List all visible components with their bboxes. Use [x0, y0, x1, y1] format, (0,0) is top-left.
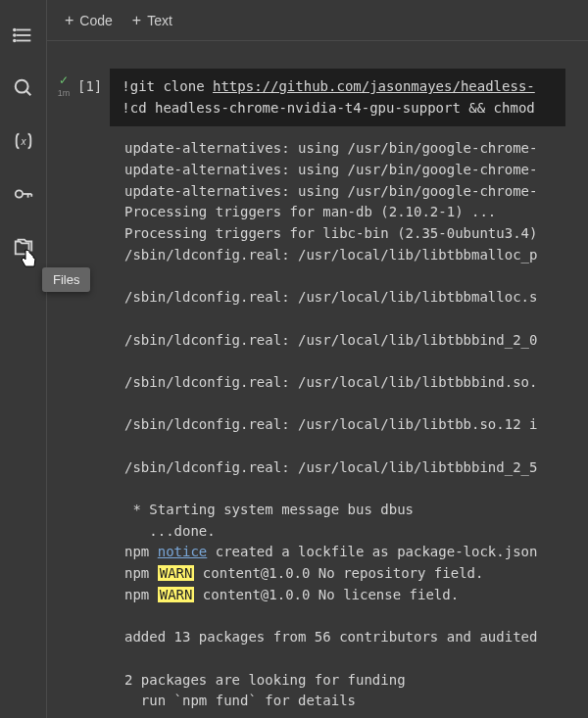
- check-icon: ✓: [59, 74, 69, 86]
- output-line: /sbin/ldconfig.real: /usr/local/lib/libt…: [124, 416, 537, 432]
- svg-line-7: [25, 91, 30, 96]
- output-line: added 13 packages from 56 contributors a…: [124, 629, 537, 645]
- files-tooltip: Files: [42, 267, 90, 292]
- files-icon[interactable]: [8, 231, 39, 263]
- npm-prefix: npm: [124, 565, 158, 581]
- npm-warn-word: WARN: [158, 587, 195, 602]
- toc-icon[interactable]: [8, 20, 39, 51]
- add-code-label: Code: [79, 13, 112, 28]
- cell-gutter: ✓ 1m: [54, 69, 74, 98]
- sidebar: x: [0, 0, 47, 718]
- output-line: /sbin/ldconfig.real: /usr/local/lib/libt…: [124, 289, 537, 305]
- cell-body: [1]!git clone https://github.com/jasonma…: [74, 69, 588, 712]
- svg-point-9: [15, 190, 22, 197]
- execution-timing: 1m: [58, 88, 71, 98]
- code-line-2: !cd headless-chrome-nvidia-t4-gpu-suppor…: [122, 100, 534, 116]
- output-line: update-alternatives: using /usr/bin/goog…: [124, 183, 537, 199]
- output-line: /sbin/ldconfig.real: /usr/local/lib/libt…: [124, 332, 537, 348]
- search-icon[interactable]: [8, 72, 39, 104]
- execution-count: [1]: [74, 69, 110, 94]
- svg-point-6: [15, 80, 27, 93]
- npm-notice-rest: created a lockfile as package-lock.json: [207, 544, 537, 559]
- output-line: /sbin/ldconfig.real: /usr/local/lib/libt…: [124, 247, 537, 263]
- svg-point-5: [13, 40, 15, 42]
- npm-notice-word: notice: [158, 544, 208, 559]
- variables-icon[interactable]: x: [8, 125, 39, 157]
- add-text-label: Text: [147, 13, 172, 28]
- code-editor[interactable]: !git clone https://github.com/jasonmayes…: [110, 69, 565, 126]
- code-line-1-prefix: !git clone: [122, 78, 213, 94]
- output-line: ...done.: [124, 523, 216, 539]
- output-line: * Starting system message bus dbus: [124, 502, 414, 517]
- output-line: update-alternatives: using /usr/bin/goog…: [124, 162, 537, 177]
- svg-point-3: [13, 29, 15, 31]
- npm-prefix: npm: [124, 544, 158, 559]
- code-line-1-url[interactable]: https://github.com/jasonmayes/headless-: [213, 78, 535, 94]
- plus-icon: +: [132, 12, 141, 29]
- output-line: Processing triggers for man-db (2.10.2-1…: [124, 204, 496, 219]
- output-line: run `npm fund` for details: [124, 693, 356, 708]
- notebook-content: ✓ 1m [1]!git clone https://github.com/ja…: [47, 41, 588, 718]
- output-line: 2 packages are looking for funding: [124, 672, 406, 688]
- npm-warn-word: WARN: [158, 565, 195, 581]
- cell-output: update-alternatives: using /usr/bin/goog…: [74, 126, 588, 712]
- npm-warn-rest: content@1.0.0 No license field.: [194, 587, 459, 602]
- svg-point-4: [13, 34, 15, 36]
- code-cell[interactable]: ✓ 1m [1]!git clone https://github.com/ja…: [54, 69, 588, 712]
- main-area: + Code + Text ✓ 1m [1]!git clone https:/…: [47, 0, 588, 718]
- output-line: /sbin/ldconfig.real: /usr/local/lib/libt…: [124, 374, 537, 390]
- plus-icon: +: [65, 12, 74, 29]
- secrets-icon[interactable]: [8, 178, 39, 210]
- npm-prefix: npm: [124, 587, 158, 602]
- add-code-button[interactable]: + Code: [65, 12, 113, 29]
- svg-text:x: x: [20, 136, 26, 147]
- output-line: /sbin/ldconfig.real: /usr/local/lib/libt…: [124, 459, 537, 475]
- npm-warn-rest: content@1.0.0 No repository field.: [194, 565, 483, 581]
- toolbar: + Code + Text: [47, 0, 588, 41]
- output-line: Processing triggers for libc-bin (2.35-0…: [124, 225, 537, 241]
- add-text-button[interactable]: + Text: [132, 12, 172, 29]
- output-line: update-alternatives: using /usr/bin/goog…: [124, 140, 537, 156]
